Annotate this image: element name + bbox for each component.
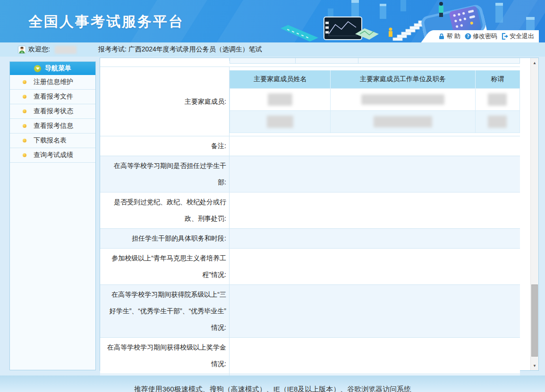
cell-workunit — [331, 110, 475, 133]
row-label: 在高等学校学习期间是否担任过学生干部: — [100, 156, 230, 192]
redacted-value — [488, 116, 507, 128]
row-value — [230, 249, 520, 284]
row-label: 是否受到过党纪、政纪、校纪处分或行政、刑事处罚: — [100, 192, 230, 228]
column-header-relation: 称谓 — [475, 70, 519, 88]
logout-label: 安全退出 — [510, 32, 534, 41]
row-value — [230, 229, 520, 248]
row-label: 备注: — [100, 136, 230, 156]
redacted-value — [267, 116, 293, 128]
help-label: 帮 助 — [446, 32, 460, 41]
svg-text:?: ? — [467, 34, 469, 39]
logout-button[interactable]: 安全退出 — [502, 32, 534, 41]
sidebar-item-registration-info[interactable]: 注册信息维护 — [10, 75, 95, 90]
welcome-label: 欢迎您: — [28, 45, 50, 54]
bullet-icon — [23, 95, 26, 99]
app-header: 全国人事考试服务平台 帮 助 ? 修改密码 安全退出 — [0, 0, 545, 42]
change-password-button[interactable]: ? 修改密码 — [465, 32, 497, 41]
sidebar-item-exam-results[interactable]: 查询考试成绩 — [10, 148, 95, 163]
redacted-username — [55, 46, 77, 54]
footer-browser-recommendation: 推荐使用360极速模式、搜狗（高速模式）、IE（IE8及以上版本）、谷歌浏览器访… — [0, 384, 545, 392]
row-label: 参加校级以上“青年马克思主义者培养工程”情况: — [100, 249, 230, 284]
table-row-scholarship: 在高等学校学习期间获得校级以上奖学金情况: — [100, 338, 520, 374]
table-row-partial — [100, 58, 520, 67]
sidebar-item-label: 下载报名表 — [34, 136, 67, 145]
row-value — [230, 285, 520, 337]
bullet-icon — [23, 109, 26, 113]
scrollbar-thumb[interactable] — [531, 284, 538, 357]
sidebar-item-application-info[interactable]: 查看报考信息 — [10, 119, 95, 133]
scrollbar-down-arrow-icon[interactable]: ▼ — [531, 362, 538, 369]
row-value — [230, 58, 520, 64]
sidebar-item-label: 查询考试成绩 — [34, 151, 73, 159]
sidebar-item-label: 查看报考信息 — [34, 122, 73, 130]
family-members-table: 主要家庭成员姓名 主要家庭成员工作单位及职务 称谓 — [230, 70, 520, 133]
page-title: 全国人事考试服务平台 — [28, 12, 184, 32]
redacted-value — [361, 94, 444, 105]
cell-relation — [475, 110, 519, 133]
column-header-name: 主要家庭成员姓名 — [230, 70, 331, 88]
bullet-icon — [23, 124, 26, 128]
sidebar-item-download-form[interactable]: 下载报名表 — [10, 133, 95, 148]
row-label: 主要家庭成员: — [100, 67, 230, 136]
row-value — [230, 338, 520, 374]
divider — [295, 58, 296, 63]
redacted-value — [488, 93, 507, 106]
welcome-bar: 欢迎您: 报考考试: 广西2024年度考试录用公务员（选调生）笔试 — [0, 42, 545, 57]
nav-menu-header[interactable]: 导航菜单 — [10, 62, 95, 75]
row-value: 主要家庭成员姓名 主要家庭成员工作单位及职务 称谓 — [230, 67, 520, 136]
column-header-workunit: 主要家庭成员工作单位及职务 — [331, 70, 475, 88]
sidebar: 导航菜单 注册信息维护 查看报考文件 查看报考状态 查看报考信息 下载报名表 查… — [9, 61, 96, 370]
table-row-marxism-program: 参加校级以上“青年马克思主义者培养工程”情况: — [100, 249, 520, 285]
bullet-icon — [23, 80, 26, 84]
cell-name — [230, 88, 331, 110]
previous-table-fragment — [230, 58, 520, 64]
sidebar-item-application-status[interactable]: 查看报考状态 — [10, 104, 95, 119]
application-form: 主要家庭成员: 主要家庭成员姓名 主要家庭成员工作单位及职务 称谓 — [100, 58, 520, 392]
exit-icon — [502, 33, 508, 40]
redacted-value — [268, 93, 292, 106]
row-label: 在高等学校学习期间获得校级以上奖学金情况: — [100, 338, 230, 374]
redacted-value — [374, 116, 432, 127]
utility-bar: 帮 助 ? 修改密码 安全退出 — [430, 30, 539, 42]
table-row-student-cadre: 在高等学校学习期间是否担任过学生干部: — [100, 156, 520, 192]
row-value — [230, 136, 520, 156]
lock-icon — [438, 33, 445, 40]
nav-menu-title: 导航菜单 — [45, 64, 71, 73]
row-value — [230, 192, 520, 228]
divider — [358, 58, 358, 63]
bullet-icon — [23, 139, 26, 142]
table-row-discipline-punishment: 是否受到过党纪、政纪、校纪处分或行政、刑事处罚: — [100, 192, 520, 229]
scrollbar-up-arrow-icon[interactable]: ▲ — [531, 59, 538, 67]
row-label: 担任学生干部的具体职务和时段: — [100, 229, 230, 248]
table-row-family-members: 主要家庭成员: 主要家庭成员姓名 主要家庭成员工作单位及职务 称谓 — [100, 67, 520, 136]
chevron-down-icon — [34, 65, 41, 72]
help-button[interactable]: 帮 助 — [438, 32, 460, 41]
cell-relation — [475, 88, 519, 110]
table-row-honors: 在高等学校学习期间获得院系级以上“三好学生”、“优秀学生干部”、“优秀毕业生”情… — [100, 285, 520, 338]
cell-workunit — [331, 88, 475, 110]
cell-name — [230, 110, 331, 133]
row-label: 在高等学校学习期间获得院系级以上“三好学生”、“优秀学生干部”、“优秀毕业生”情… — [100, 285, 230, 337]
family-table-header-row: 主要家庭成员姓名 主要家庭成员工作单位及职务 称谓 — [230, 70, 520, 88]
bullet-icon — [23, 153, 26, 157]
sidebar-item-label: 查看报考状态 — [34, 107, 73, 116]
row-value — [230, 156, 520, 192]
table-row — [230, 88, 520, 110]
vertical-scrollbar[interactable]: ▲ ▼ — [530, 58, 538, 370]
question-icon: ? — [465, 33, 471, 40]
table-row-remarks: 备注: — [100, 136, 520, 156]
content-panel: 主要家庭成员: 主要家庭成员姓名 主要家庭成员工作单位及职务 称谓 — [100, 58, 539, 371]
sidebar-item-exam-documents[interactable]: 查看报考文件 — [10, 90, 95, 104]
user-avatar-icon — [18, 46, 26, 54]
exam-registration-text: 报考考试: 广西2024年度考试录用公务员（选调生）笔试 — [98, 45, 262, 54]
nav-list: 注册信息维护 查看报考文件 查看报考状态 查看报考信息 下载报名表 查询考试成绩 — [10, 75, 95, 163]
sidebar-item-label: 查看报考文件 — [34, 92, 73, 101]
sidebar-item-label: 注册信息维护 — [34, 78, 73, 86]
row-label — [100, 58, 230, 61]
table-row-cadre-position-period: 担任学生干部的具体职务和时段: — [100, 229, 520, 249]
table-row — [230, 110, 520, 133]
change-password-label: 修改密码 — [473, 32, 497, 41]
